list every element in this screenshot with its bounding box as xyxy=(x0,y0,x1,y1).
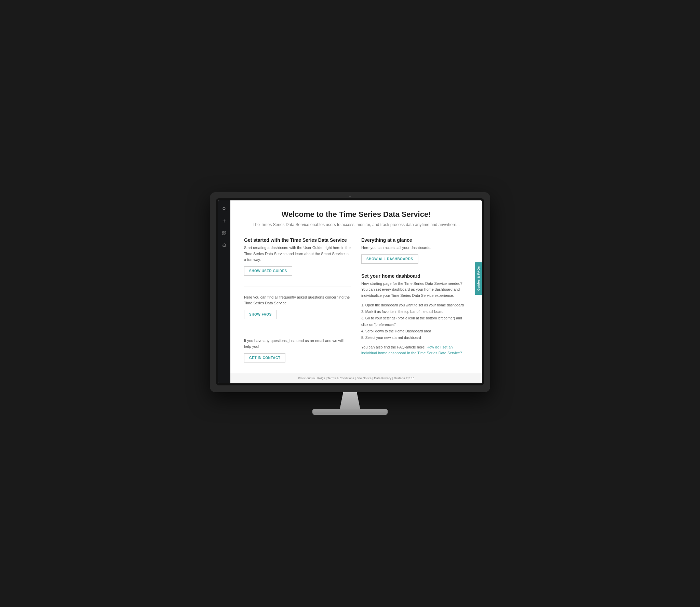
svg-rect-6 xyxy=(223,234,224,235)
right-column: Everything at a glance Here you can acce… xyxy=(361,237,468,366)
svg-rect-4 xyxy=(223,232,224,233)
plus-icon[interactable] xyxy=(221,217,228,224)
svg-point-0 xyxy=(223,207,225,210)
main-content: Welcome to the Time Series Data Service!… xyxy=(230,200,482,383)
screen-bezel: Welcome to the Time Series Data Service!… xyxy=(216,198,484,385)
footer-links: Proficloud.io | FAQs | Terms & Condition… xyxy=(298,377,414,380)
contact-section: If you have any questions, just send us … xyxy=(244,338,351,362)
glance-section: Everything at a glance Here you can acce… xyxy=(361,237,468,264)
two-columns: Get started with the Time Series Data Se… xyxy=(244,237,468,366)
home-dashboard-intro: New starting page for the Time Series Da… xyxy=(361,281,468,299)
monitor-bottom-bezel xyxy=(216,385,484,392)
guides-faqs-tab[interactable]: Guides & FAQs xyxy=(475,262,482,295)
home-dashboard-title: Set your home dashboard xyxy=(361,273,468,279)
faq-link-text: You can also find the FAQ-article here: … xyxy=(361,344,468,356)
get-started-text: Start creating a dashboard with the User… xyxy=(244,245,351,263)
page-subtitle: The Times Series Data Service enables us… xyxy=(244,222,468,228)
stand-neck xyxy=(333,392,367,409)
home-dashboard-section: Set your home dashboard New starting pag… xyxy=(361,273,468,356)
faq-prefix: You can also find the FAQ-article here: xyxy=(361,345,427,349)
page-title: Welcome to the Time Series Data Service! xyxy=(244,210,468,219)
faqs-text: Here you can find all frequently asked q… xyxy=(244,294,351,306)
search-icon[interactable] xyxy=(221,205,228,212)
get-started-title: Get started with the Time Series Data Se… xyxy=(244,237,351,243)
page-footer: Proficloud.io | FAQs | Terms & Condition… xyxy=(230,373,482,383)
svg-line-1 xyxy=(225,209,226,210)
svg-rect-7 xyxy=(225,234,226,235)
page-body: Welcome to the Time Series Data Service!… xyxy=(230,200,482,373)
show-faqs-button[interactable]: SHOW FAQS xyxy=(244,310,277,319)
glance-title: Everything at a glance xyxy=(361,237,468,243)
monitor-stand xyxy=(312,392,388,415)
get-started-section: Get started with the Time Series Data Se… xyxy=(244,237,351,276)
faqs-section: Here you can find all frequently asked q… xyxy=(244,294,351,319)
left-column: Get started with the Time Series Data Se… xyxy=(244,237,351,366)
dashboard-icon[interactable] xyxy=(221,230,228,237)
divider-1 xyxy=(244,287,351,287)
camera-dot xyxy=(349,196,351,197)
home-dashboard-steps: 1. Open the dashboard you want to set as… xyxy=(361,302,468,341)
show-user-guides-button[interactable]: SHOW USER GUIDES xyxy=(244,266,292,276)
svg-rect-5 xyxy=(225,232,226,233)
show-all-dashboards-button[interactable]: SHOW ALL DASHBOARDS xyxy=(361,254,418,264)
divider-2 xyxy=(244,330,351,330)
page-header: Welcome to the Time Series Data Service!… xyxy=(244,210,468,228)
monitor-screen: Welcome to the Time Series Data Service!… xyxy=(218,200,482,383)
get-in-contact-button[interactable]: GET IN CONTACT xyxy=(244,353,285,362)
monitor: Welcome to the Time Series Data Service!… xyxy=(210,192,490,392)
sidebar xyxy=(218,200,230,383)
contact-text: If you have any questions, just send us … xyxy=(244,338,351,350)
stand-base xyxy=(312,409,388,415)
bell-icon[interactable] xyxy=(221,242,228,249)
glance-text: Here you can access all your dashboards. xyxy=(361,245,468,251)
